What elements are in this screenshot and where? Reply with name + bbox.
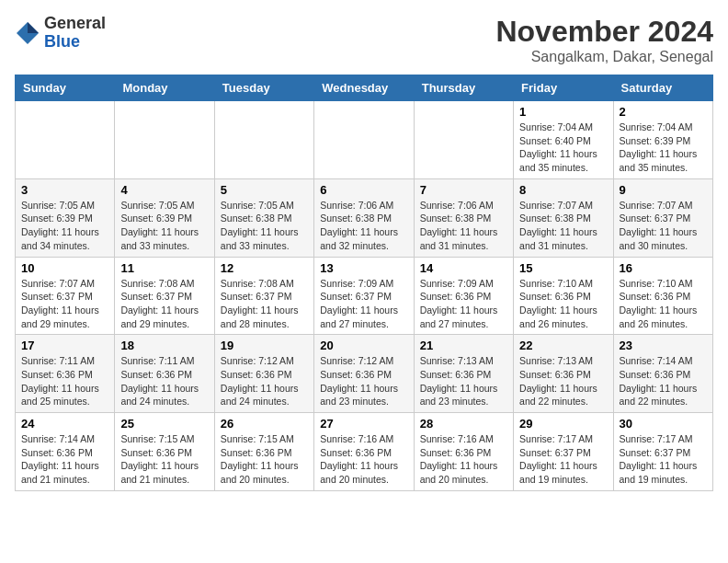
logo-blue-text: Blue (44, 33, 106, 52)
day-info: Sunrise: 7:15 AMSunset: 6:36 PMDaylight:… (120, 432, 208, 487)
calendar-cell: 20Sunrise: 7:12 AMSunset: 6:36 PMDayligh… (314, 335, 414, 413)
calendar-cell: 5Sunrise: 7:05 AMSunset: 6:38 PMDaylight… (214, 178, 313, 257)
logo-text: General Blue (44, 15, 106, 52)
calendar-cell: 26Sunrise: 7:15 AMSunset: 6:36 PMDayligh… (214, 413, 313, 491)
calendar-cell: 21Sunrise: 7:13 AMSunset: 6:36 PMDayligh… (414, 335, 513, 413)
day-info: Sunrise: 7:07 AMSunset: 6:37 PMDaylight:… (21, 277, 108, 331)
day-number: 5 (221, 183, 308, 197)
calendar-week-row: 10Sunrise: 7:07 AMSunset: 6:37 PMDayligh… (16, 257, 713, 335)
day-number: 21 (420, 339, 507, 352)
calendar-cell: 12Sunrise: 7:08 AMSunset: 6:37 PMDayligh… (214, 257, 313, 335)
day-info: Sunrise: 7:07 AMSunset: 6:37 PMDaylight:… (620, 199, 707, 253)
day-info: Sunrise: 7:05 AMSunset: 6:38 PMDaylight:… (221, 199, 308, 253)
day-info: Sunrise: 7:11 AMSunset: 6:36 PMDaylight:… (120, 354, 208, 408)
weekday-header: Wednesday (314, 75, 414, 101)
calendar-cell: 13Sunrise: 7:09 AMSunset: 6:37 PMDayligh… (314, 257, 414, 335)
day-number: 2 (620, 105, 707, 119)
logo: General Blue (15, 15, 106, 52)
day-number: 22 (519, 339, 607, 352)
day-info: Sunrise: 7:15 AMSunset: 6:36 PMDaylight:… (221, 432, 308, 487)
calendar-cell: 22Sunrise: 7:13 AMSunset: 6:36 PMDayligh… (514, 335, 613, 413)
calendar-week-row: 1Sunrise: 7:04 AMSunset: 6:40 PMDaylight… (16, 101, 713, 179)
day-info: Sunrise: 7:12 AMSunset: 6:36 PMDaylight:… (221, 354, 308, 408)
calendar-cell: 25Sunrise: 7:15 AMSunset: 6:36 PMDayligh… (115, 413, 214, 491)
day-info: Sunrise: 7:06 AMSunset: 6:38 PMDaylight:… (320, 199, 407, 253)
location: Sangalkam, Dakar, Senegal (495, 49, 713, 65)
day-info: Sunrise: 7:11 AMSunset: 6:36 PMDaylight:… (21, 354, 108, 408)
day-info: Sunrise: 7:14 AMSunset: 6:36 PMDaylight:… (620, 354, 707, 408)
day-info: Sunrise: 7:08 AMSunset: 6:37 PMDaylight:… (221, 277, 308, 331)
calendar-cell (314, 101, 414, 179)
calendar-cell (16, 101, 115, 179)
weekday-header: Saturday (613, 75, 712, 101)
calendar-cell: 2Sunrise: 7:04 AMSunset: 6:39 PMDaylight… (613, 101, 712, 179)
day-number: 1 (519, 105, 607, 119)
day-info: Sunrise: 7:10 AMSunset: 6:36 PMDaylight:… (620, 277, 707, 331)
calendar-cell: 7Sunrise: 7:06 AMSunset: 6:38 PMDaylight… (414, 178, 513, 257)
calendar-week-row: 24Sunrise: 7:14 AMSunset: 6:36 PMDayligh… (16, 413, 713, 491)
day-info: Sunrise: 7:14 AMSunset: 6:36 PMDaylight:… (21, 432, 108, 487)
logo-icon (15, 20, 40, 46)
day-number: 16 (620, 261, 707, 275)
weekday-header: Thursday (414, 75, 513, 101)
day-info: Sunrise: 7:16 AMSunset: 6:36 PMDaylight:… (420, 432, 507, 487)
day-number: 6 (320, 183, 407, 197)
calendar-cell: 6Sunrise: 7:06 AMSunset: 6:38 PMDaylight… (314, 178, 414, 257)
calendar-week-row: 17Sunrise: 7:11 AMSunset: 6:36 PMDayligh… (16, 335, 713, 413)
calendar-cell (214, 101, 313, 179)
day-number: 11 (120, 261, 208, 275)
page-header: General Blue November 2024 Sangalkam, Da… (15, 15, 713, 65)
svg-marker-1 (28, 22, 39, 33)
day-info: Sunrise: 7:04 AMSunset: 6:40 PMDaylight:… (519, 121, 607, 175)
day-number: 29 (519, 417, 607, 431)
calendar-cell: 18Sunrise: 7:11 AMSunset: 6:36 PMDayligh… (115, 335, 214, 413)
calendar-cell: 1Sunrise: 7:04 AMSunset: 6:40 PMDaylight… (514, 101, 613, 179)
day-info: Sunrise: 7:09 AMSunset: 6:36 PMDaylight:… (420, 277, 507, 331)
calendar-week-row: 3Sunrise: 7:05 AMSunset: 6:39 PMDaylight… (16, 178, 713, 257)
weekday-header: Monday (115, 75, 214, 101)
calendar-cell: 17Sunrise: 7:11 AMSunset: 6:36 PMDayligh… (16, 335, 115, 413)
calendar-cell: 4Sunrise: 7:05 AMSunset: 6:39 PMDaylight… (115, 178, 214, 257)
day-number: 13 (320, 261, 407, 275)
weekday-header-row: SundayMondayTuesdayWednesdayThursdayFrid… (16, 75, 713, 101)
day-info: Sunrise: 7:08 AMSunset: 6:37 PMDaylight:… (120, 277, 208, 331)
calendar-cell (414, 101, 513, 179)
weekday-header: Friday (514, 75, 613, 101)
day-number: 30 (620, 417, 707, 431)
day-info: Sunrise: 7:17 AMSunset: 6:37 PMDaylight:… (620, 432, 707, 487)
logo-general-text: General (44, 15, 106, 33)
day-number: 8 (519, 183, 607, 197)
day-number: 25 (120, 417, 208, 431)
day-number: 9 (620, 183, 707, 197)
calendar-cell: 10Sunrise: 7:07 AMSunset: 6:37 PMDayligh… (16, 257, 115, 335)
calendar-cell: 16Sunrise: 7:10 AMSunset: 6:36 PMDayligh… (613, 257, 712, 335)
day-info: Sunrise: 7:05 AMSunset: 6:39 PMDaylight:… (21, 199, 108, 253)
day-number: 20 (320, 339, 407, 352)
day-info: Sunrise: 7:13 AMSunset: 6:36 PMDaylight:… (519, 354, 607, 408)
calendar-cell: 29Sunrise: 7:17 AMSunset: 6:37 PMDayligh… (514, 413, 613, 491)
day-info: Sunrise: 7:09 AMSunset: 6:37 PMDaylight:… (320, 277, 407, 331)
weekday-header: Sunday (16, 75, 115, 101)
day-info: Sunrise: 7:06 AMSunset: 6:38 PMDaylight:… (420, 199, 507, 253)
title-area: November 2024 Sangalkam, Dakar, Senegal (495, 15, 713, 65)
day-info: Sunrise: 7:17 AMSunset: 6:37 PMDaylight:… (519, 432, 607, 487)
calendar-cell (115, 101, 214, 179)
calendar-cell: 30Sunrise: 7:17 AMSunset: 6:37 PMDayligh… (613, 413, 712, 491)
calendar-cell: 28Sunrise: 7:16 AMSunset: 6:36 PMDayligh… (414, 413, 513, 491)
calendar-cell: 23Sunrise: 7:14 AMSunset: 6:36 PMDayligh… (613, 335, 712, 413)
day-number: 14 (420, 261, 507, 275)
day-info: Sunrise: 7:12 AMSunset: 6:36 PMDaylight:… (320, 354, 407, 408)
day-number: 7 (420, 183, 507, 197)
day-number: 15 (519, 261, 607, 275)
day-number: 17 (21, 339, 108, 352)
day-info: Sunrise: 7:04 AMSunset: 6:39 PMDaylight:… (620, 121, 707, 175)
day-info: Sunrise: 7:10 AMSunset: 6:36 PMDaylight:… (519, 277, 607, 331)
day-number: 18 (120, 339, 208, 352)
day-number: 4 (120, 183, 208, 197)
day-number: 12 (221, 261, 308, 275)
day-info: Sunrise: 7:16 AMSunset: 6:36 PMDaylight:… (320, 432, 407, 487)
day-number: 10 (21, 261, 108, 275)
calendar-cell: 19Sunrise: 7:12 AMSunset: 6:36 PMDayligh… (214, 335, 313, 413)
calendar-table: SundayMondayTuesdayWednesdayThursdayFrid… (15, 75, 713, 491)
calendar-cell: 11Sunrise: 7:08 AMSunset: 6:37 PMDayligh… (115, 257, 214, 335)
